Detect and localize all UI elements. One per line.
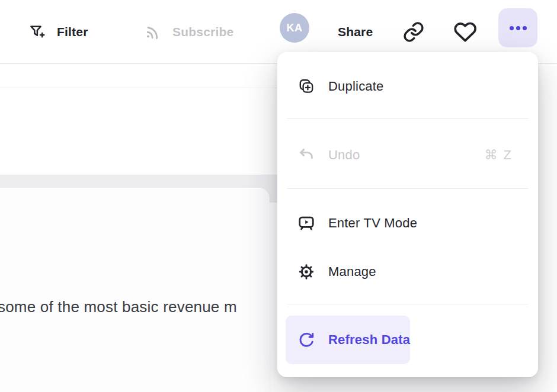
undo-icon <box>297 146 315 164</box>
more-options-button[interactable] <box>498 8 537 47</box>
dashboard-screen: some of the most basic revenue m Filter <box>0 0 557 392</box>
menu-item-manage[interactable]: Manage <box>277 248 538 296</box>
subscribe-button[interactable]: Subscribe <box>144 0 233 64</box>
tv-mode-icon <box>297 214 315 232</box>
refresh-icon <box>297 331 315 349</box>
heart-icon <box>453 20 478 44</box>
menu-divider <box>287 188 529 189</box>
menu-item-refresh-data[interactable]: Refresh Data <box>286 316 410 364</box>
tv-mode-label: Enter TV Mode <box>328 216 417 231</box>
menu-divider <box>287 304 529 304</box>
duplicate-icon <box>297 78 315 95</box>
favorite-button[interactable] <box>449 15 481 49</box>
text-card <box>0 188 270 392</box>
more-options-menu: Duplicate Undo ⌘ Z Enter TV M <box>277 52 538 377</box>
rss-subscribe-icon <box>144 21 162 43</box>
refresh-data-label: Refresh Data <box>328 332 410 348</box>
manage-label: Manage <box>328 264 376 279</box>
ellipsis-icon <box>510 26 527 30</box>
undo-shortcut: ⌘ Z <box>484 147 538 163</box>
subscribe-label: Subscribe <box>172 25 233 39</box>
avatar-initials: KA <box>287 22 303 34</box>
undo-label: Undo <box>328 147 360 163</box>
menu-item-undo[interactable]: Undo ⌘ Z <box>277 131 538 179</box>
copy-link-button[interactable] <box>398 17 429 47</box>
filter-button[interactable]: Filter <box>28 0 88 64</box>
menu-divider <box>287 118 529 119</box>
filter-label: Filter <box>57 25 88 39</box>
filter-plus-icon <box>28 21 46 43</box>
dashboard-text-fragment: some of the most basic revenue m <box>0 298 237 316</box>
menu-item-duplicate[interactable]: Duplicate <box>277 62 538 111</box>
link-icon <box>402 21 425 43</box>
gear-icon <box>297 263 315 281</box>
duplicate-label: Duplicate <box>328 79 384 94</box>
user-avatar[interactable]: KA <box>280 13 309 43</box>
share-label: Share <box>338 25 373 39</box>
menu-item-enter-tv-mode[interactable]: Enter TV Mode <box>277 199 538 248</box>
card-header-divider <box>0 88 277 88</box>
